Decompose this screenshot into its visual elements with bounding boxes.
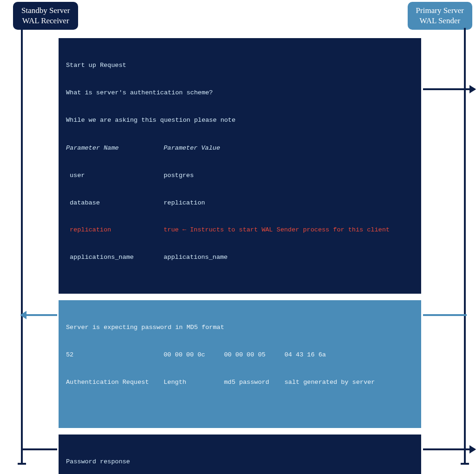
- msg-startup-request: Start up Request What is server's authen…: [59, 38, 421, 294]
- text-line: Start up Request: [66, 61, 414, 70]
- desc: Length: [164, 378, 224, 387]
- primary-line1: Primary Server: [416, 6, 464, 16]
- msg-auth-request: Server is expecting password in MD5 form…: [59, 300, 421, 428]
- message-sequence: Start up Request What is server's authen…: [59, 38, 421, 474]
- text-line: Password response: [66, 457, 414, 467]
- standby-lifeline-cap: [18, 463, 26, 465]
- param-value: postgres: [164, 171, 194, 180]
- primary-lifeline-cap: [461, 463, 469, 465]
- primary-line2: WAL Sender: [416, 16, 464, 26]
- connector-right: [423, 314, 467, 316]
- param-value: true ← Instructs to start WAL Sender pro…: [164, 225, 390, 235]
- hex: 00 00 00 0c: [164, 350, 224, 360]
- msg-password-response: Password response 70 00 00 00 0b md5b094…: [59, 434, 421, 474]
- text-line: While we are asking this question please…: [66, 116, 414, 125]
- param-name-header: Parameter Name: [66, 144, 164, 153]
- text-line: What is server's authentication scheme?: [66, 88, 414, 98]
- param-value-header: Parameter Value: [164, 144, 220, 153]
- param-value: applications_name: [164, 253, 228, 262]
- arrow-left-icon: [21, 314, 57, 316]
- primary-header: Primary Server WAL Sender: [408, 2, 472, 30]
- standby-line2: WAL Receiver: [21, 16, 70, 26]
- connector-left: [21, 448, 57, 450]
- standby-header: Standby Server WAL Receiver: [13, 2, 78, 30]
- param-name: applications_name: [66, 253, 164, 262]
- desc: Authentication Request: [66, 378, 164, 387]
- standby-line1: Standby Server: [21, 6, 70, 16]
- arrow-right-icon: [423, 448, 475, 450]
- standby-lifeline: [21, 28, 23, 463]
- text-line: Server is expecting password in MD5 form…: [66, 323, 414, 332]
- hex: 00 00 00 05: [224, 350, 284, 360]
- hex: 52: [66, 350, 164, 360]
- primary-lifeline: [464, 28, 466, 463]
- desc: salt generated by server: [284, 378, 375, 387]
- param-name: replication: [66, 225, 164, 235]
- param-name: user: [66, 171, 164, 180]
- desc: md5 password: [224, 378, 284, 387]
- arrow-right-icon: [423, 88, 475, 90]
- param-name: database: [66, 198, 164, 208]
- hex: 04 43 16 6a: [284, 350, 326, 360]
- param-value: replication: [164, 198, 205, 208]
